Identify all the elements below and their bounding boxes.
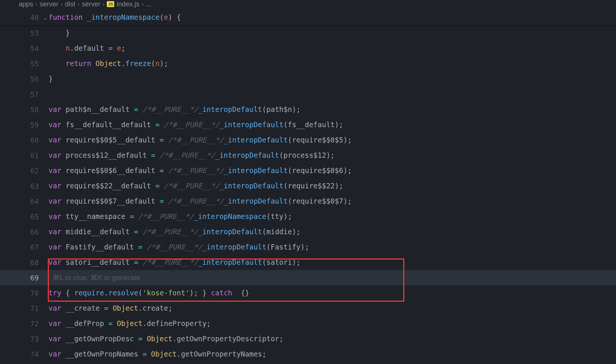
breadcrumb-item[interactable]: apps [19, 0, 33, 8]
breadcrumb-item[interactable]: server [82, 0, 100, 8]
code-line[interactable]: 59var fs__default__default = /*#__PURE__… [0, 117, 616, 132]
code-line[interactable]: function _interopNamespace(e) { [49, 10, 616, 25]
line-number: 60 [0, 136, 49, 144]
line-number: 64 [0, 197, 49, 205]
code-content[interactable]: return Object.freeze(n); [49, 56, 616, 71]
chevron-right-icon: › [103, 1, 105, 7]
code-content[interactable]: var require$$22__default = /*#__PURE__*/… [49, 178, 616, 194]
code-content[interactable]: } [49, 25, 616, 41]
chevron-right-icon: › [141, 1, 143, 7]
line-number: 40 ⌄ [0, 13, 49, 22]
line-number: 58 [0, 106, 49, 114]
code-line[interactable]: 60var require$$0$5__default = /*#__PURE_… [0, 132, 616, 148]
chevron-right-icon: › [35, 1, 37, 7]
code-content[interactable]: var require$$0$6__default = /*#__PURE__*… [49, 163, 616, 178]
code-line[interactable]: 67var Fastify__default = /*#__PURE__*/_i… [0, 239, 616, 255]
code-content[interactable]: var satori__default = /*#__PURE__*/_inte… [49, 255, 616, 270]
code-content[interactable]: var tty__namespace = /*#__PURE__*/_inter… [49, 209, 616, 224]
code-content[interactable]: var __create = Object.create; [49, 301, 616, 316]
line-number: 71 [0, 304, 49, 313]
line-number: 70 [0, 289, 49, 297]
breadcrumb-trail[interactable]: ... [146, 0, 152, 8]
editor-root: apps › server › dist › server › JS index… [0, 0, 616, 364]
chevron-right-icon: › [78, 1, 80, 7]
code-line[interactable]: 55 return Object.freeze(n); [0, 56, 616, 71]
line-number: 67 [0, 243, 49, 251]
code-content[interactable]: var require$$0$7__default = /*#__PURE__*… [49, 194, 616, 209]
breadcrumb-item[interactable]: server [40, 0, 58, 8]
code-line[interactable]: 72var __defProp = Object.defineProperty; [0, 316, 616, 331]
code-line[interactable]: 57 [0, 87, 616, 102]
breadcrumb-item[interactable]: dist [65, 0, 75, 8]
line-number: 55 [0, 60, 49, 68]
code-line[interactable]: 69 ⌘L to chat, ⌘K to generate [0, 270, 616, 285]
line-number: 53 [0, 29, 49, 37]
code-editor[interactable]: 53 }54 n.default = e;55 return Object.fr… [0, 25, 616, 364]
js-file-icon: JS [107, 1, 114, 7]
code-line[interactable]: 65var tty__namespace = /*#__PURE__*/_int… [0, 209, 616, 224]
code-content[interactable]: var __defProp = Object.defineProperty; [49, 316, 616, 331]
code-line[interactable]: 66var middie__default = /*#__PURE__*/_in… [0, 224, 616, 239]
code-line[interactable]: 71var __create = Object.create; [0, 301, 616, 316]
code-line[interactable]: 63var require$$22__default = /*#__PURE__… [0, 178, 616, 194]
code-content[interactable]: var require$$0$5__default = /*#__PURE__*… [49, 132, 616, 148]
breadcrumb: apps › server › dist › server › JS index… [0, 0, 616, 10]
code-line[interactable]: 61var process$12__default = /*#__PURE__*… [0, 148, 616, 163]
code-line[interactable]: 56} [0, 71, 616, 87]
code-content[interactable]: } [49, 71, 616, 87]
code-line[interactable]: 64var require$$0$7__default = /*#__PURE_… [0, 194, 616, 209]
code-content[interactable]: n.default = e; [49, 41, 616, 56]
line-number: 59 [0, 121, 49, 129]
sticky-scroll-header[interactable]: 40 ⌄ function _interopNamespace(e) { [0, 10, 616, 25]
line-number: 62 [0, 167, 49, 175]
breadcrumb-file[interactable]: index.js [116, 0, 139, 8]
code-line[interactable]: 70try { require.resolve('kose-font'); } … [0, 285, 616, 301]
line-number: 65 [0, 213, 49, 221]
line-number: 66 [0, 228, 49, 236]
line-number: 73 [0, 335, 49, 343]
code-line[interactable]: 74var __getOwnPropNames = Object.getOwnP… [0, 346, 616, 362]
chevron-right-icon: › [60, 1, 62, 7]
code-line[interactable]: 68var satori__default = /*#__PURE__*/_in… [0, 255, 616, 270]
code-content[interactable]: var __getOwnPropNames = Object.getOwnPro… [49, 346, 616, 362]
inline-hint: ⌘L to chat, ⌘K to generate [49, 274, 140, 282]
code-content[interactable]: ⌘L to chat, ⌘K to generate [49, 270, 616, 285]
line-number: 69 [0, 274, 49, 282]
line-number: 68 [0, 258, 49, 267]
code-line[interactable]: 53 } [0, 25, 616, 41]
line-number: 56 [0, 75, 49, 83]
code-content[interactable]: var __getOwnPropDesc = Object.getOwnProp… [49, 331, 616, 346]
line-number: 74 [0, 350, 49, 358]
code-content[interactable]: var Fastify__default = /*#__PURE__*/_int… [49, 239, 616, 255]
line-number: 63 [0, 182, 49, 190]
line-number: 61 [0, 151, 49, 160]
code-line[interactable]: 73var __getOwnPropDesc = Object.getOwnPr… [0, 331, 616, 346]
line-number: 54 [0, 44, 49, 53]
line-number: 57 [0, 90, 49, 98]
code-line[interactable]: 58var path$n__default = /*#__PURE__*/_in… [0, 102, 616, 117]
code-content[interactable]: var fs__default__default = /*#__PURE__*/… [49, 117, 616, 132]
code-line[interactable]: 54 n.default = e; [0, 41, 616, 56]
line-number: 72 [0, 320, 49, 328]
code-content[interactable]: var path$n__default = /*#__PURE__*/_inte… [49, 102, 616, 117]
chevron-down-icon[interactable]: ⌄ [44, 15, 47, 21]
code-line[interactable]: 62var require$$0$6__default = /*#__PURE_… [0, 163, 616, 178]
code-content[interactable]: var middie__default = /*#__PURE__*/_inte… [49, 224, 616, 239]
code-content[interactable]: try { require.resolve('kose-font'); } ca… [49, 285, 616, 301]
code-content[interactable]: var process$12__default = /*#__PURE__*/_… [49, 148, 616, 163]
